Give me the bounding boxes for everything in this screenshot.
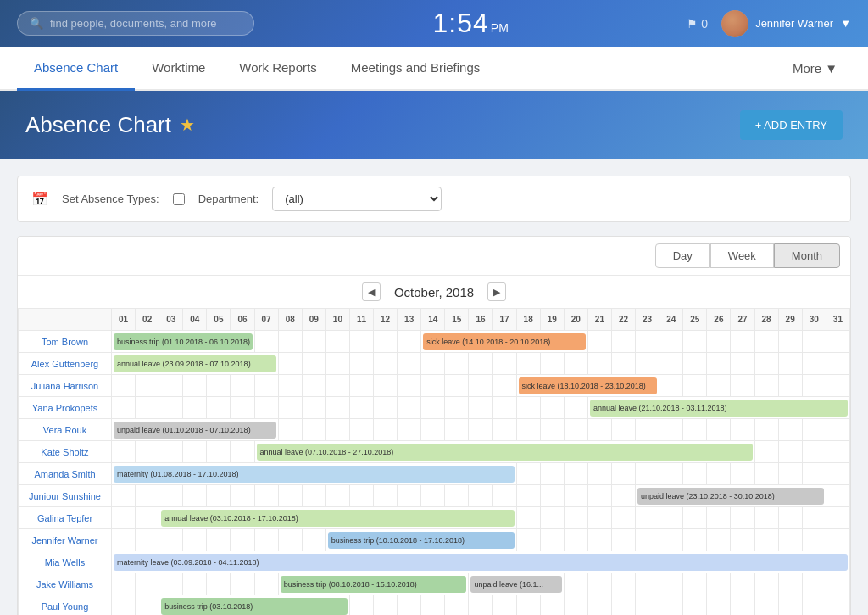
day-cell — [802, 573, 826, 595]
employee-name[interactable]: Amanda Smith — [19, 463, 112, 485]
day-cell — [587, 595, 611, 616]
day-cell — [398, 331, 421, 353]
employee-name[interactable]: Kate Sholtz — [19, 441, 112, 463]
day-cell — [707, 375, 731, 397]
day-header-16: 16 — [469, 309, 492, 331]
day-cell — [492, 595, 516, 616]
nav-work-reports[interactable]: Work Reports — [222, 47, 333, 91]
day-cell — [587, 507, 611, 529]
day-cell — [707, 463, 731, 485]
employee-name[interactable]: Yana Prokopets — [19, 397, 112, 419]
day-cell — [802, 353, 826, 375]
day-cell — [587, 331, 611, 353]
table-row: Tom Brownbusiness trip (01.10.2018 - 06.… — [19, 331, 850, 353]
day-cell — [683, 375, 707, 397]
table-row: Vera Roukunpaid leave (01.10.2018 - 07.1… — [19, 419, 850, 441]
day-header-25: 25 — [683, 309, 707, 331]
filter-bar: 📅 Set Absence Types: Department: (all) — [17, 176, 851, 222]
day-cell — [564, 463, 587, 485]
view-week-button[interactable]: Week — [710, 243, 774, 268]
user-dropdown-icon[interactable]: ▼ — [840, 17, 851, 30]
day-cell — [683, 331, 707, 353]
absence-bar[interactable]: annual leave (03.10.2018 - 17.10.2018) — [161, 510, 514, 527]
absence-bar[interactable]: maternity (01.08.2018 - 17.10.2018) — [114, 466, 515, 483]
employee-name[interactable]: Vera Rouk — [19, 419, 112, 441]
day-cell — [254, 397, 278, 419]
day-cell — [754, 375, 778, 397]
absence-bar[interactable]: maternity leave (03.09.2018 - 04.11.2018… — [114, 554, 848, 571]
day-header-10: 10 — [326, 309, 349, 331]
day-cell — [516, 595, 540, 616]
absence-bar[interactable]: annual leave (21.10.2018 - 03.11.2018) — [590, 400, 848, 417]
nav-worktime[interactable]: Worktime — [135, 47, 222, 91]
employee-name[interactable]: Jennifer Warner — [19, 529, 112, 551]
employee-name[interactable]: Tom Brown — [19, 331, 112, 353]
absence-bar[interactable]: sick leave (18.10.2018 - 23.10.2018) — [519, 377, 658, 394]
day-header-01: 01 — [112, 309, 136, 331]
absence-bar[interactable]: business trip (01.10.2018 - 06.10.2018) — [114, 333, 253, 350]
employee-name[interactable]: Galina Tepfer — [19, 507, 112, 529]
absence-bar[interactable]: business trip (08.10.2018 - 15.10.2018) — [281, 576, 467, 593]
view-day-button[interactable]: Day — [655, 243, 710, 268]
search-box[interactable]: 🔍 — [17, 11, 254, 36]
day-cell — [778, 441, 802, 463]
page-title-container: Absence Chart ★ — [25, 112, 195, 138]
day-cell — [112, 573, 136, 595]
absence-types-checkbox[interactable] — [173, 193, 185, 205]
topbar-right: ⚑ 0 Jennifer Warner ▼ — [687, 10, 851, 37]
add-entry-button[interactable]: + ADD ENTRY — [740, 110, 843, 140]
day-cell — [136, 397, 159, 419]
day-cell — [731, 331, 754, 353]
user-profile[interactable]: Jennifer Warner ▼ — [721, 10, 851, 37]
prev-month-button[interactable]: ◀ — [362, 282, 381, 301]
employee-name[interactable]: Juniour Sunshine — [19, 485, 112, 507]
day-cell — [754, 595, 778, 616]
table-row: Juliana Harrisonsick leave (18.10.2018 -… — [19, 375, 850, 397]
day-cell — [231, 529, 254, 551]
employee-name[interactable]: Juliana Harrison — [19, 375, 112, 397]
day-cell — [587, 353, 611, 375]
day-cell — [159, 529, 183, 551]
absence-bar[interactable]: annual leave (23.09.2018 - 07.10.2018) — [114, 355, 276, 372]
absence-bar[interactable]: unpaid leave (16.1... — [470, 576, 561, 593]
day-cell — [469, 375, 492, 397]
nav-meetings[interactable]: Meetings and Briefings — [334, 47, 498, 91]
day-cell: sick leave (18.10.2018 - 23.10.2018) — [516, 375, 659, 397]
day-cell — [302, 485, 326, 507]
navbar: Absence Chart Worktime Work Reports Meet… — [0, 47, 868, 91]
department-select[interactable]: (all) — [272, 187, 442, 211]
employee-name[interactable]: Mia Wells — [19, 551, 112, 573]
nav-more[interactable]: More ▼ — [779, 47, 851, 89]
notification-icon[interactable]: ⚑ 0 — [687, 17, 708, 31]
absence-bar[interactable]: unpaid leave (01.10.2018 - 07.10.2018) — [114, 422, 276, 439]
employee-name[interactable]: Alex Guttenberg — [19, 353, 112, 375]
day-cell — [136, 375, 159, 397]
absence-bar[interactable]: sick leave (14.10.2018 - 20.10.2018) — [423, 333, 586, 350]
next-month-button[interactable]: ▶ — [487, 282, 506, 301]
calendar-table-container: 0102030405060708091011121314151617181920… — [18, 308, 850, 615]
search-input[interactable] — [50, 17, 242, 30]
absence-bar[interactable]: annual leave (07.10.2018 - 27.10.2018) — [257, 444, 753, 461]
day-cell — [754, 419, 778, 441]
day-cell — [398, 419, 421, 441]
favorite-star-icon[interactable]: ★ — [180, 115, 195, 135]
day-cell — [183, 573, 207, 595]
view-month-button[interactable]: Month — [774, 243, 840, 268]
day-cell — [112, 375, 136, 397]
day-cell: annual leave (23.09.2018 - 07.10.2018) — [112, 353, 279, 375]
day-cell — [587, 573, 611, 595]
employee-name[interactable]: Jake Williams — [19, 573, 112, 595]
absence-bar[interactable]: business trip (03.10.2018) — [161, 598, 348, 615]
nav-absence-chart[interactable]: Absence Chart — [17, 47, 135, 91]
day-cell: unpaid leave (16.1... — [469, 573, 564, 595]
absence-bar[interactable]: business trip (10.10.2018 - 17.10.2018) — [328, 532, 515, 549]
day-cell — [564, 353, 587, 375]
absence-bar[interactable]: unpaid leave (23.10.2018 - 30.10.2018) — [637, 488, 824, 505]
day-cell — [826, 463, 849, 485]
time-ampm: PM — [491, 21, 509, 35]
employee-name[interactable]: Paul Young — [19, 595, 112, 616]
day-cell — [611, 529, 635, 551]
day-cell — [254, 529, 278, 551]
day-cell — [445, 419, 469, 441]
more-dropdown-icon: ▼ — [825, 61, 837, 75]
